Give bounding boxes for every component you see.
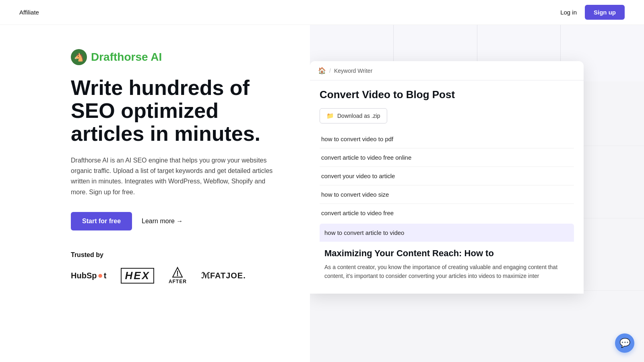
login-link[interactable]: Log in bbox=[560, 9, 577, 16]
keyword-list: how to convert video to pdf convert arti… bbox=[320, 130, 574, 222]
breadcrumb-separator: / bbox=[329, 68, 331, 74]
app-title: Convert Video to Blog Post bbox=[320, 88, 574, 101]
article-preview: Maximizing Your Content Reach: How to As… bbox=[320, 242, 574, 286]
svg-point-2 bbox=[177, 275, 178, 276]
app-content: Convert Video to Blog Post 📁 Download as… bbox=[310, 80, 584, 294]
trusted-label: Trusted by bbox=[71, 251, 291, 259]
chat-bubble-button[interactable]: 💬 bbox=[615, 333, 634, 353]
download-icon: 📁 bbox=[326, 112, 334, 119]
learn-more-button[interactable]: Learn more → bbox=[142, 218, 183, 225]
hero-heading-line2: SEO optimized bbox=[71, 99, 219, 122]
start-for-free-button[interactable]: Start for free bbox=[71, 212, 132, 230]
nav-left: Affiliate bbox=[19, 9, 39, 16]
logo-text: Drafthorse AI bbox=[91, 51, 162, 64]
app-topbar: 🏠 / Keyword Writer bbox=[310, 61, 584, 80]
navigation: Affiliate Log in Sign up bbox=[0, 0, 644, 25]
hero-heading-line1: Write hundreds of bbox=[71, 76, 250, 99]
list-item[interactable]: convert article to video free bbox=[320, 204, 574, 222]
home-icon[interactable]: 🏠 bbox=[318, 67, 326, 74]
list-item[interactable]: how to convert video size bbox=[320, 185, 574, 204]
trusted-section: Trusted by HubSp ● t HEX bbox=[71, 251, 291, 284]
highlighted-keyword-text: how to convert article to video bbox=[324, 229, 404, 236]
main-layout: 🐴 Drafthorse AI Write hundreds of SEO op… bbox=[0, 25, 644, 362]
signup-button[interactable]: Sign up bbox=[585, 5, 625, 20]
app-window: 🏠 / Keyword Writer Convert Video to Blog… bbox=[310, 61, 584, 294]
hubspot-text: HubSp bbox=[71, 271, 97, 280]
after-text: AFTER bbox=[169, 279, 187, 284]
article-preview-body: As a content creator, you know the impor… bbox=[324, 263, 569, 281]
highlighted-keyword[interactable]: how to convert article to video bbox=[320, 224, 574, 242]
nav-right: Log in Sign up bbox=[560, 5, 625, 20]
article-preview-title: Maximizing Your Content Reach: How to bbox=[324, 248, 569, 259]
left-panel: 🐴 Drafthorse AI Write hundreds of SEO op… bbox=[0, 25, 310, 362]
hubspot-logo: HubSp ● t bbox=[71, 270, 106, 281]
logos-row: HubSp ● t HEX AFTER bbox=[71, 267, 291, 284]
breadcrumb-page: Keyword Writer bbox=[334, 68, 372, 74]
cta-row: Start for free Learn more → bbox=[71, 212, 291, 230]
hex-logo: HEX bbox=[121, 268, 154, 284]
nav-affiliate-link[interactable]: Affiliate bbox=[19, 9, 39, 16]
download-zip-button[interactable]: 📁 Download as .zip bbox=[320, 108, 387, 123]
after-logo: AFTER bbox=[169, 267, 187, 284]
list-item[interactable]: how to convert video to pdf bbox=[320, 130, 574, 148]
chat-icon: 💬 bbox=[619, 338, 630, 348]
hero-heading: Write hundreds of SEO optimized articles… bbox=[71, 76, 291, 146]
after-icon bbox=[172, 267, 183, 278]
logo-icon: 🐴 bbox=[71, 49, 87, 65]
hubspot-t: t bbox=[104, 271, 107, 280]
list-item[interactable]: convert article to video free online bbox=[320, 148, 574, 167]
hero-heading-line3: articles in minutes. bbox=[71, 122, 260, 145]
right-panel: 🏠 / Keyword Writer Convert Video to Blog… bbox=[310, 25, 644, 362]
hero-description: Drafthorse AI is an AI SEO engine that h… bbox=[71, 155, 280, 198]
logo-emoji: 🐴 bbox=[74, 52, 84, 62]
fatjoe-logo: ℳFATJOE. bbox=[201, 271, 246, 280]
logo-row: 🐴 Drafthorse AI bbox=[71, 49, 291, 65]
list-item[interactable]: convert your video to article bbox=[320, 167, 574, 185]
download-label: Download as .zip bbox=[337, 113, 380, 119]
hubspot-dot: ● bbox=[97, 270, 103, 281]
